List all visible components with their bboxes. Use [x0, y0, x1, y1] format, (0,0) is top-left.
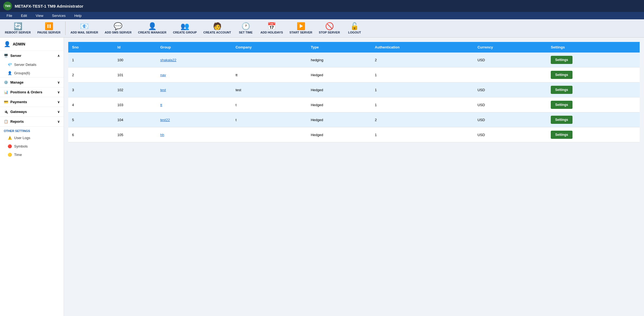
sidebar-item-user-logs[interactable]: ⚠️ User Logs: [0, 134, 64, 142]
table-cell: 6: [68, 127, 114, 142]
app-logo: TM9: [3, 2, 12, 10]
pause-server-button[interactable]: ⏸️ PAUSE SERVER: [35, 21, 63, 36]
settings-button[interactable]: Settings: [551, 56, 572, 64]
group-link[interactable]: shakala22: [160, 58, 176, 62]
table-cell: Hedged: [307, 127, 371, 142]
group-link[interactable]: test: [160, 88, 166, 92]
menu-edit[interactable]: Edit: [17, 12, 31, 19]
sidebar-item-payments[interactable]: 💳 Payments: [0, 97, 64, 107]
groups-table: Sno Id Group Company Type Authentication…: [68, 42, 640, 142]
reboot-server-icon: 🔄: [14, 23, 22, 30]
symbols-icon: 🔴: [8, 144, 12, 148]
start-server-button[interactable]: ▶️ START SERVER: [287, 21, 315, 36]
main-layout: 👤 ADMIN 🖥️ Server 💎 Server Details 👤 Gro…: [0, 38, 644, 316]
settings-button[interactable]: Settings: [551, 116, 572, 124]
logout-button[interactable]: 🔓 LOGOUT: [344, 21, 365, 36]
table-cell: USD: [474, 112, 547, 127]
positions-chevron-icon: [57, 90, 60, 94]
add-sms-server-icon: 💬: [114, 23, 122, 30]
user-logs-icon: ⚠️: [8, 136, 12, 140]
sidebar-section-positions: 📊 Positions & Orders: [0, 87, 64, 97]
reboot-server-button[interactable]: 🔄 REBOOT SERVER: [2, 21, 33, 36]
sidebar-item-symbols[interactable]: 🔴 Symbols: [0, 142, 64, 151]
gateways-chevron-icon: [57, 110, 60, 114]
set-time-button[interactable]: 🕐 SET TIME: [235, 21, 257, 36]
menu-view[interactable]: View: [31, 12, 48, 19]
menu-services[interactable]: Services: [48, 12, 70, 19]
stop-server-button[interactable]: 🚫 STOP SERVER: [316, 21, 343, 36]
settings-button[interactable]: Settings: [551, 101, 572, 109]
sidebar-item-reports[interactable]: 📋 Reports: [0, 117, 64, 126]
table-cell: USD: [474, 97, 547, 112]
add-holidays-button[interactable]: 📅 ADD HOLIDAYS: [258, 21, 286, 36]
table-cell: Hedged: [307, 68, 371, 82]
start-server-icon: ▶️: [297, 23, 305, 30]
create-group-button[interactable]: 👥 CREATE GROUP: [170, 21, 200, 36]
table-cell: Hedged: [307, 112, 371, 127]
table-cell: 102: [114, 82, 157, 97]
sidebar-item-server[interactable]: 🖥️ Server: [0, 51, 64, 60]
sidebar-item-groups[interactable]: 👤 Groups(6): [0, 69, 64, 77]
sidebar-item-positions-orders[interactable]: 📊 Positions & Orders: [0, 87, 64, 97]
menu-bar: File Edit View Services Help: [0, 12, 644, 19]
table-cell: 2: [371, 53, 474, 68]
server-details-icon: 💎: [8, 63, 12, 67]
table-cell: Hedged: [307, 97, 371, 112]
col-authentication: Authentication: [371, 42, 474, 53]
table-cell: [474, 68, 547, 82]
table-cell: 1: [371, 82, 474, 97]
settings-button[interactable]: Settings: [551, 131, 572, 139]
col-currency: Currency: [474, 42, 547, 53]
table-row: 6105hhHedged1USDSettings: [68, 127, 640, 142]
payments-icon: 💳: [4, 100, 8, 104]
col-id: Id: [114, 42, 157, 53]
table-row: 1100shakala22hedging2USDSettings: [68, 53, 640, 68]
payments-chevron-icon: [57, 100, 60, 104]
menu-help[interactable]: Help: [70, 12, 86, 19]
table-row: 2101navttHedged1Settings: [68, 68, 640, 82]
settings-button[interactable]: Settings: [551, 86, 572, 94]
table-header-row: Sno Id Group Company Type Authentication…: [68, 42, 640, 53]
sidebar-item-server-details[interactable]: 💎 Server Details: [0, 60, 64, 69]
table-cell: 2: [371, 112, 474, 127]
table-cell: USD: [474, 82, 547, 97]
groups-icon: 👤: [8, 71, 12, 75]
main-content: Sno Id Group Company Type Authentication…: [64, 38, 644, 316]
table-cell: 101: [114, 68, 157, 82]
sidebar-section-manage: ⚙️ Manage: [0, 78, 64, 87]
add-mail-server-icon: 📧: [80, 23, 89, 30]
col-sno: Sno: [68, 42, 114, 53]
table-cell: 103: [114, 97, 157, 112]
group-link[interactable]: hh: [160, 133, 164, 137]
set-time-icon: 🕐: [241, 23, 250, 30]
menu-file[interactable]: File: [2, 12, 17, 19]
server-chevron-icon: [57, 54, 60, 58]
table-cell: 5: [68, 112, 114, 127]
sidebar-item-gateways[interactable]: 🔌 Gateways: [0, 107, 64, 116]
sidebar-section-server: 🖥️ Server 💎 Server Details 👤 Groups(6): [0, 51, 64, 78]
col-group: Group: [156, 42, 232, 53]
table-cell: hedging: [307, 53, 371, 68]
title-bar: TM9 METAFX-TEST-1 TM9 Administrator: [0, 0, 644, 12]
create-manager-button[interactable]: 👤 CREATE MANAGER: [135, 21, 169, 36]
create-account-icon: 🧑: [213, 23, 222, 30]
col-settings: Settings: [547, 42, 640, 53]
add-sms-server-button[interactable]: 💬 ADD SMS SERVER: [102, 21, 134, 36]
table-cell: [232, 53, 307, 68]
sidebar: 👤 ADMIN 🖥️ Server 💎 Server Details 👤 Gro…: [0, 38, 64, 316]
other-settings-label: OTHER SETTINGS: [0, 127, 64, 134]
positions-icon: 📊: [4, 90, 8, 94]
add-mail-server-button[interactable]: 📧 ADD MAIL SERVER: [68, 21, 101, 36]
create-account-button[interactable]: 🧑 CREATE ACCOUNT: [201, 21, 234, 36]
settings-button[interactable]: Settings: [551, 71, 572, 79]
sidebar-item-manage[interactable]: ⚙️ Manage: [0, 78, 64, 87]
group-link[interactable]: nav: [160, 73, 166, 77]
group-link[interactable]: test22: [160, 118, 170, 122]
sidebar-section-payments: 💳 Payments: [0, 97, 64, 107]
table-cell: Hedged: [307, 82, 371, 97]
server-icon: 🖥️: [4, 54, 8, 58]
create-group-icon: 👥: [181, 23, 189, 30]
group-link[interactable]: tt: [160, 103, 162, 107]
sidebar-item-time[interactable]: 🟡 Time: [0, 151, 64, 159]
table-cell: USD: [474, 127, 547, 142]
